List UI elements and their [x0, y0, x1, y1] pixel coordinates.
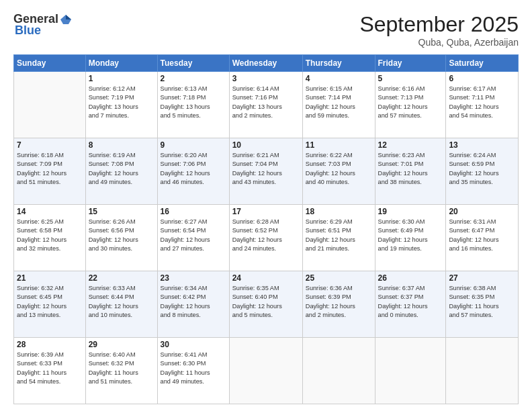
day-cell: 6Sunrise: 6:17 AM Sunset: 7:11 PM Daylig… — [446, 72, 519, 138]
day-cell: 24Sunrise: 6:35 AM Sunset: 6:40 PM Dayli… — [229, 271, 302, 338]
location: Quba, Quba, Azerbaijan — [359, 37, 519, 48]
day-number: 17 — [232, 207, 300, 216]
week-row-2: 7Sunrise: 6:18 AM Sunset: 7:09 PM Daylig… — [14, 138, 519, 205]
day-cell — [302, 338, 375, 404]
day-cell: 16Sunrise: 6:27 AM Sunset: 6:54 PM Dayli… — [157, 205, 229, 271]
day-info: Sunrise: 6:39 AM Sunset: 6:33 PM Dayligh… — [17, 351, 83, 386]
day-cell: 4Sunrise: 6:15 AM Sunset: 7:14 PM Daylig… — [302, 72, 375, 138]
day-number: 9 — [161, 140, 226, 150]
weekday-header-saturday: Saturday — [446, 55, 519, 72]
day-cell: 21Sunrise: 6:32 AM Sunset: 6:45 PM Dayli… — [14, 271, 86, 338]
day-info: Sunrise: 6:40 AM Sunset: 6:32 PM Dayligh… — [89, 351, 154, 386]
day-cell: 22Sunrise: 6:33 AM Sunset: 6:44 PM Dayli… — [85, 271, 157, 338]
weekday-header-thursday: Thursday — [302, 55, 375, 72]
title-area: September 2025 Quba, Quba, Azerbaijan — [359, 12, 519, 48]
day-cell: 8Sunrise: 6:19 AM Sunset: 7:08 PM Daylig… — [85, 138, 157, 205]
weekday-header-row: SundayMondayTuesdayWednesdayThursdayFrid… — [14, 55, 519, 72]
week-row-5: 28Sunrise: 6:39 AM Sunset: 6:33 PM Dayli… — [14, 338, 519, 404]
day-info: Sunrise: 6:22 AM Sunset: 7:03 PM Dayligh… — [306, 151, 372, 187]
day-info: Sunrise: 6:25 AM Sunset: 6:58 PM Dayligh… — [17, 218, 83, 253]
week-row-3: 14Sunrise: 6:25 AM Sunset: 6:58 PM Dayli… — [14, 205, 519, 271]
day-number: 6 — [449, 74, 515, 83]
day-number: 1 — [89, 74, 154, 83]
day-number: 7 — [17, 140, 83, 150]
day-number: 21 — [17, 273, 83, 283]
day-info: Sunrise: 6:35 AM Sunset: 6:40 PM Dayligh… — [232, 284, 300, 320]
day-number: 4 — [306, 74, 372, 83]
day-info: Sunrise: 6:33 AM Sunset: 6:44 PM Dayligh… — [89, 284, 154, 320]
weekday-header-wednesday: Wednesday — [229, 55, 302, 72]
logo: General Blue — [13, 12, 72, 38]
day-info: Sunrise: 6:27 AM Sunset: 6:54 PM Dayligh… — [161, 218, 226, 253]
day-info: Sunrise: 6:18 AM Sunset: 7:09 PM Dayligh… — [17, 151, 83, 187]
day-number: 18 — [306, 207, 372, 216]
svg-marker-1 — [66, 15, 71, 19]
day-number: 20 — [449, 207, 515, 216]
day-cell — [229, 338, 302, 404]
day-cell: 10Sunrise: 6:21 AM Sunset: 7:04 PM Dayli… — [229, 138, 302, 205]
day-cell: 7Sunrise: 6:18 AM Sunset: 7:09 PM Daylig… — [14, 138, 86, 205]
day-number: 5 — [378, 74, 443, 83]
day-cell: 26Sunrise: 6:37 AM Sunset: 6:37 PM Dayli… — [375, 271, 446, 338]
day-info: Sunrise: 6:38 AM Sunset: 6:35 PM Dayligh… — [449, 284, 515, 320]
day-number: 3 — [232, 74, 300, 83]
day-number: 29 — [89, 340, 154, 349]
day-number: 11 — [306, 140, 372, 150]
day-number: 15 — [89, 207, 154, 216]
day-cell — [446, 338, 519, 404]
day-cell: 17Sunrise: 6:28 AM Sunset: 6:52 PM Dayli… — [229, 205, 302, 271]
day-info: Sunrise: 6:21 AM Sunset: 7:04 PM Dayligh… — [232, 151, 300, 187]
day-number: 23 — [161, 273, 226, 283]
month-title: September 2025 — [359, 12, 519, 37]
day-cell: 9Sunrise: 6:20 AM Sunset: 7:06 PM Daylig… — [157, 138, 229, 205]
calendar: SundayMondayTuesdayWednesdayThursdayFrid… — [13, 54, 519, 404]
day-info: Sunrise: 6:17 AM Sunset: 7:11 PM Dayligh… — [449, 85, 515, 120]
day-cell: 3Sunrise: 6:14 AM Sunset: 7:16 PM Daylig… — [229, 72, 302, 138]
header: General Blue September 2025 Quba, Quba, … — [13, 12, 519, 48]
day-info: Sunrise: 6:29 AM Sunset: 6:51 PM Dayligh… — [306, 218, 372, 253]
day-cell: 19Sunrise: 6:30 AM Sunset: 6:49 PM Dayli… — [375, 205, 446, 271]
weekday-header-friday: Friday — [375, 55, 446, 72]
day-info: Sunrise: 6:12 AM Sunset: 7:19 PM Dayligh… — [89, 85, 154, 120]
day-info: Sunrise: 6:34 AM Sunset: 6:42 PM Dayligh… — [161, 284, 226, 320]
page: General Blue September 2025 Quba, Quba, … — [0, 0, 532, 411]
weekday-header-tuesday: Tuesday — [157, 55, 229, 72]
day-number: 10 — [232, 140, 300, 150]
day-info: Sunrise: 6:31 AM Sunset: 6:47 PM Dayligh… — [449, 218, 515, 253]
day-number: 12 — [378, 140, 443, 150]
logo-icon — [60, 13, 72, 26]
day-info: Sunrise: 6:37 AM Sunset: 6:37 PM Dayligh… — [378, 284, 443, 320]
day-cell: 14Sunrise: 6:25 AM Sunset: 6:58 PM Dayli… — [14, 205, 86, 271]
day-number: 25 — [306, 273, 372, 283]
day-cell: 27Sunrise: 6:38 AM Sunset: 6:35 PM Dayli… — [446, 271, 519, 338]
day-number: 8 — [89, 140, 154, 150]
day-cell: 5Sunrise: 6:16 AM Sunset: 7:13 PM Daylig… — [375, 72, 446, 138]
day-number: 22 — [89, 273, 154, 283]
day-number: 14 — [17, 207, 83, 216]
day-cell: 13Sunrise: 6:24 AM Sunset: 6:59 PM Dayli… — [446, 138, 519, 205]
day-cell: 25Sunrise: 6:36 AM Sunset: 6:39 PM Dayli… — [302, 271, 375, 338]
day-info: Sunrise: 6:30 AM Sunset: 6:49 PM Dayligh… — [378, 218, 443, 253]
weekday-header-monday: Monday — [85, 55, 157, 72]
day-info: Sunrise: 6:13 AM Sunset: 7:18 PM Dayligh… — [161, 85, 226, 120]
day-info: Sunrise: 6:20 AM Sunset: 7:06 PM Dayligh… — [161, 151, 226, 187]
day-cell: 11Sunrise: 6:22 AM Sunset: 7:03 PM Dayli… — [302, 138, 375, 205]
day-number: 19 — [378, 207, 443, 216]
day-info: Sunrise: 6:16 AM Sunset: 7:13 PM Dayligh… — [378, 85, 443, 120]
logo-blue: Blue — [15, 24, 41, 38]
day-info: Sunrise: 6:28 AM Sunset: 6:52 PM Dayligh… — [232, 218, 300, 253]
day-cell: 2Sunrise: 6:13 AM Sunset: 7:18 PM Daylig… — [157, 72, 229, 138]
day-info: Sunrise: 6:36 AM Sunset: 6:39 PM Dayligh… — [306, 284, 372, 320]
day-info: Sunrise: 6:14 AM Sunset: 7:16 PM Dayligh… — [232, 85, 300, 120]
day-number: 27 — [449, 273, 515, 283]
day-cell: 1Sunrise: 6:12 AM Sunset: 7:19 PM Daylig… — [85, 72, 157, 138]
day-info: Sunrise: 6:23 AM Sunset: 7:01 PM Dayligh… — [378, 151, 443, 187]
day-number: 16 — [161, 207, 226, 216]
day-info: Sunrise: 6:24 AM Sunset: 6:59 PM Dayligh… — [449, 151, 515, 187]
weekday-header-sunday: Sunday — [14, 55, 86, 72]
day-number: 2 — [161, 74, 226, 83]
day-number: 30 — [161, 340, 226, 349]
day-cell — [14, 72, 86, 138]
day-cell: 18Sunrise: 6:29 AM Sunset: 6:51 PM Dayli… — [302, 205, 375, 271]
day-cell: 15Sunrise: 6:26 AM Sunset: 6:56 PM Dayli… — [85, 205, 157, 271]
